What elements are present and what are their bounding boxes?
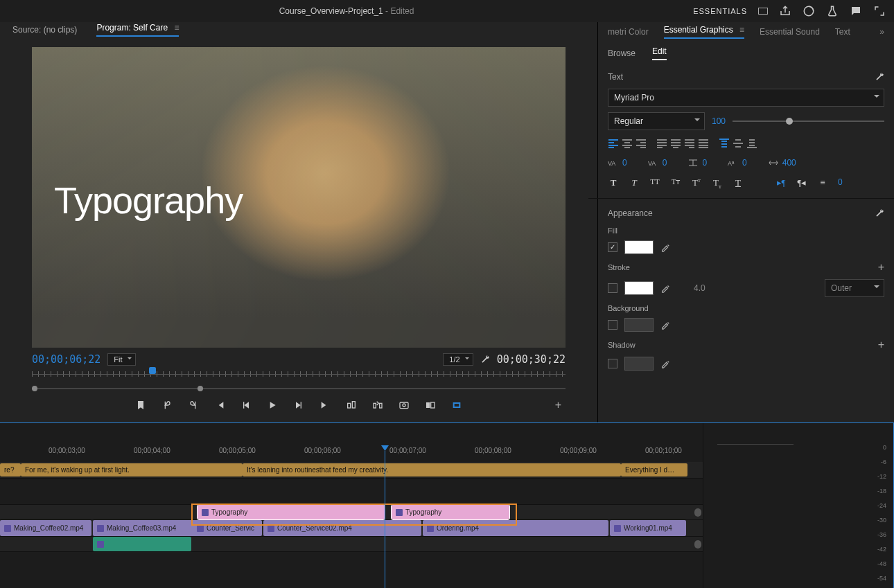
allcaps-button[interactable]: TT — [649, 177, 660, 190]
eyedropper-icon[interactable] — [660, 359, 670, 368]
add-stroke-button[interactable]: + — [878, 261, 884, 274]
program-monitor[interactable]: Typography — [32, 47, 566, 348]
workspace-icon[interactable] — [758, 8, 768, 15]
program-tab[interactable]: Program: Self Care ≡ — [96, 23, 179, 37]
resolution-dropdown[interactable]: 1/2 — [443, 353, 473, 366]
align-center-button[interactable] — [622, 139, 633, 148]
add-button[interactable]: + — [555, 399, 561, 411]
stroke-position-dropdown[interactable]: Outer — [825, 279, 884, 297]
justify-center-button[interactable] — [670, 139, 681, 148]
caption-clip[interactable]: Everything I d… — [621, 463, 687, 476]
play-button[interactable] — [267, 400, 278, 411]
export-frame-button[interactable] — [398, 400, 410, 411]
align-right-button[interactable] — [636, 139, 647, 148]
valign-bottom-button[interactable] — [746, 139, 757, 148]
stroke-swatch[interactable] — [624, 281, 654, 295]
graphics-clip[interactable]: Typography — [198, 505, 385, 519]
panel-menu-icon[interactable]: ≡ — [172, 23, 179, 33]
background-checkbox[interactable] — [608, 320, 617, 330]
video-clip[interactable]: Counter_Servic — [193, 520, 262, 536]
video-clip[interactable]: Ordering.mp4 — [423, 520, 608, 536]
audio-clip[interactable] — [93, 537, 191, 551]
add-shadow-button[interactable]: + — [878, 339, 884, 351]
timeline-playhead[interactable] — [385, 451, 385, 588]
graphics-clip[interactable]: Typography — [392, 505, 509, 519]
edit-subtab[interactable]: Edit — [652, 46, 667, 60]
italic-button[interactable]: T — [629, 177, 640, 190]
rtl-button[interactable]: ¶◂ — [796, 177, 807, 190]
go-to-out-button[interactable] — [319, 400, 331, 411]
video-track[interactable]: Making_Coffee02.mp4Making_Coffee03.mp4Co… — [0, 520, 703, 537]
font-size-slider[interactable] — [733, 121, 884, 122]
justify-left-button[interactable] — [656, 139, 667, 148]
justify-right-button[interactable] — [684, 139, 695, 148]
timeline-ruler[interactable]: 00;00;03;0000;00;04;0000;00;05;0000;00;0… — [0, 423, 703, 459]
video-clip[interactable]: Working01.mp4 — [610, 520, 686, 536]
ltr-button[interactable]: ▸¶ — [775, 177, 787, 190]
scroll-thumb[interactable] — [694, 508, 701, 517]
zoom-slider[interactable] — [32, 385, 566, 392]
video-clip[interactable]: Making_Coffee02.mp4 — [0, 520, 91, 536]
current-timecode[interactable]: 00;00;06;22 — [32, 353, 100, 366]
video-clip[interactable]: Counter_Service02.mp4 — [263, 520, 421, 536]
tracking-value[interactable]: 0 — [622, 158, 627, 168]
font-size-value[interactable]: 100 — [712, 116, 726, 126]
background-swatch[interactable] — [624, 318, 654, 332]
tategaki-button[interactable]: ≡ — [817, 177, 828, 190]
bold-button[interactable]: T — [608, 177, 619, 190]
align-left-button[interactable] — [608, 139, 619, 148]
shadow-swatch[interactable] — [624, 357, 654, 371]
eyedropper-icon[interactable] — [660, 320, 670, 330]
eyedropper-icon[interactable] — [660, 283, 670, 293]
source-tab[interactable]: Source: (no clips) — [12, 25, 77, 35]
audio-track[interactable] — [0, 537, 703, 552]
caption-track[interactable]: re?For me, it's waking up at first light… — [0, 462, 703, 479]
step-forward-button[interactable] — [293, 400, 304, 411]
fill-checkbox[interactable] — [608, 242, 617, 252]
kerning-value[interactable]: 0 — [663, 158, 667, 168]
shadow-checkbox[interactable] — [608, 359, 617, 368]
valign-middle-button[interactable] — [733, 139, 744, 148]
essential-sound-tab[interactable]: Essential Sound — [760, 27, 820, 37]
safe-margins-button[interactable] — [451, 400, 462, 411]
zoom-dropdown[interactable]: Fit — [107, 353, 135, 366]
chat-icon[interactable] — [850, 5, 862, 17]
leading2-value[interactable]: 0 — [838, 177, 843, 190]
overflow-icon[interactable]: » — [879, 27, 884, 37]
overlay-text[interactable]: Typography — [54, 179, 243, 222]
font-weight-dropdown[interactable]: Regular — [608, 112, 705, 130]
panel-menu-icon[interactable]: ≡ — [739, 25, 744, 35]
scroll-thumb[interactable] — [694, 540, 701, 549]
playhead-handle[interactable] — [149, 367, 156, 374]
extract-button[interactable] — [372, 400, 383, 411]
valign-top-button[interactable] — [719, 139, 730, 148]
browse-subtab[interactable]: Browse — [608, 48, 636, 58]
superscript-button[interactable]: TT — [691, 177, 702, 190]
progress-icon[interactable] — [803, 5, 815, 17]
wrench-icon[interactable] — [480, 353, 490, 366]
baseline-value[interactable]: 0 — [742, 158, 747, 168]
lift-button[interactable] — [346, 400, 357, 411]
lumetri-tab[interactable]: metri Color — [608, 27, 649, 37]
justify-all-button[interactable] — [698, 139, 709, 148]
workspace-label[interactable]: ESSENTIALS — [693, 7, 747, 15]
caption-clip[interactable]: For me, it's waking up at first light. — [21, 463, 243, 476]
out-point-button[interactable] — [188, 400, 199, 411]
essential-graphics-tab[interactable]: Essential Graphics ≡ — [664, 25, 744, 39]
subscript-button[interactable]: TT — [712, 177, 723, 190]
smallcaps-button[interactable]: Tᴛ — [670, 177, 681, 190]
go-to-in-button[interactable] — [214, 400, 225, 411]
underline-button[interactable]: T — [733, 177, 744, 190]
graphics-track[interactable]: TypographyTypography — [0, 505, 703, 520]
marker-button[interactable] — [135, 400, 146, 411]
in-point-button[interactable] — [161, 400, 173, 411]
eyedropper-icon[interactable] — [660, 242, 670, 252]
wrench-icon[interactable] — [875, 207, 884, 220]
caption-clip[interactable]: It's leaning into routinesthat feed my c… — [243, 463, 621, 476]
leading-value[interactable]: 0 — [702, 158, 707, 168]
wrench-icon[interactable] — [875, 71, 884, 83]
caption-clip[interactable]: re? — [0, 463, 21, 476]
step-back-button[interactable] — [240, 400, 252, 411]
tsume-value[interactable]: 400 — [782, 158, 796, 168]
fill-swatch[interactable] — [624, 240, 654, 254]
